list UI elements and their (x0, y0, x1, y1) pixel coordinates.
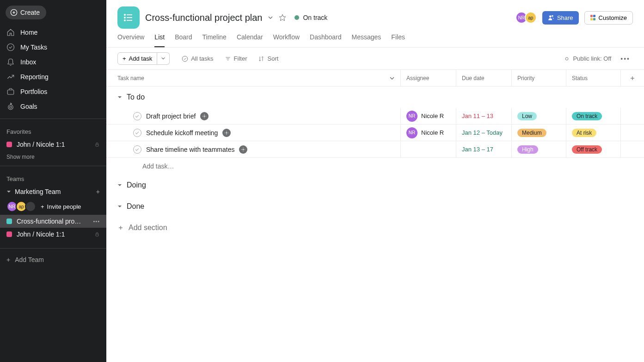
circle-icon (564, 56, 570, 62)
due-date-cell[interactable]: Jan 13 – 17 (456, 141, 512, 157)
svg-point-18 (182, 56, 188, 62)
invite-people-button[interactable]: +Invite people (41, 203, 81, 210)
assignee-cell[interactable]: NRNicole R (401, 108, 456, 124)
tab-overview[interactable]: Overview (117, 33, 144, 47)
sidebar-item-home[interactable]: Home (0, 25, 106, 40)
customize-button[interactable]: Customize (584, 11, 633, 25)
svg-point-3 (7, 44, 14, 51)
column-header-due[interactable]: Due date (456, 70, 512, 86)
column-header-status[interactable]: Status (566, 70, 621, 86)
add-column-button[interactable] (621, 70, 644, 86)
add-team-button[interactable]: + Add Team (0, 251, 106, 268)
priority-cell[interactable]: Low (512, 108, 566, 124)
team-project[interactable]: John / Nicole 1:1 (0, 228, 106, 241)
show-more-link[interactable]: Show more (0, 151, 106, 163)
status-pill: At risk (572, 129, 596, 137)
people-icon (548, 14, 554, 21)
svg-point-25 (204, 115, 205, 117)
team-project[interactable]: Cross-functional pro…••• (0, 215, 106, 228)
svg-rect-4 (7, 90, 14, 94)
column-header-assignee[interactable]: Assignee (401, 70, 456, 86)
chevron-down-icon[interactable] (389, 75, 395, 81)
add-task-dropdown[interactable] (157, 52, 170, 65)
task-name[interactable]: Share timeline with teammates (146, 146, 234, 153)
tab-dashboard[interactable]: Dashboard (310, 33, 342, 47)
tab-messages[interactable]: Messages (352, 33, 381, 47)
status-label: On track (303, 14, 327, 21)
sort-button[interactable]: Sort (253, 53, 283, 64)
due-date-cell[interactable]: Jan 11 – 13 (456, 108, 512, 124)
priority-cell[interactable]: High (512, 141, 566, 157)
status-cell[interactable]: At risk (566, 125, 621, 141)
add-task-inline[interactable]: Add task… (106, 158, 644, 175)
task-name[interactable]: Schedule kickoff meeting (146, 129, 218, 137)
sidebar-item-goals[interactable]: Goals (0, 99, 106, 114)
column-header-task[interactable]: Task name (106, 70, 401, 86)
nav-label: Reporting (20, 73, 49, 81)
status-pill: Off track (572, 145, 602, 154)
section-name: Done (127, 202, 144, 211)
chevron-down-icon (161, 56, 166, 61)
avatar[interactable]: ap (525, 12, 537, 24)
list-icon (123, 12, 134, 23)
avatar[interactable] (25, 201, 36, 212)
sidebar-item-inbox[interactable]: Inbox (0, 55, 106, 69)
tab-files[interactable]: Files (391, 33, 405, 47)
filter-button[interactable]: Filter (220, 53, 252, 64)
section-header[interactable]: Doing (106, 175, 644, 196)
team-toggle[interactable]: Marketing Team + (0, 185, 106, 198)
project-title[interactable]: Cross-functional project plan (145, 12, 262, 23)
team-add-icon[interactable]: + (96, 188, 100, 195)
tab-timeline[interactable]: Timeline (202, 33, 227, 47)
complete-checkbox[interactable] (133, 112, 141, 120)
section-header[interactable]: Done (106, 196, 644, 217)
favorites-header[interactable]: Favorites (0, 122, 106, 138)
assignee-cell[interactable] (401, 141, 456, 157)
more-actions-button[interactable]: ••• (618, 53, 633, 64)
check-icon (6, 43, 15, 51)
col-priority-label: Priority (517, 75, 534, 81)
status-cell[interactable]: Off track (566, 141, 621, 157)
avatar: NR (406, 127, 417, 138)
table-header-row: Task name Assignee Due date Priority Sta… (106, 70, 644, 87)
sort-icon (258, 56, 264, 62)
tab-list[interactable]: List (154, 33, 165, 47)
complete-checkbox[interactable] (133, 145, 141, 154)
star-icon[interactable] (279, 14, 286, 21)
assignee-cell[interactable]: NRNicole R (401, 125, 456, 141)
milestone-icon (200, 112, 209, 120)
plus-icon: + (6, 256, 10, 263)
tab-board[interactable]: Board (175, 33, 192, 47)
plus-icon (629, 75, 636, 81)
task-name[interactable]: Draft project brief (146, 112, 196, 120)
tab-calendar[interactable]: Calendar (237, 33, 263, 47)
task-row[interactable]: Schedule kickoff meetingNRNicole RJan 12… (106, 125, 644, 141)
priority-cell[interactable]: Medium (512, 125, 566, 141)
all-tasks-button[interactable]: All tasks (177, 53, 218, 64)
more-icon[interactable]: ••• (93, 218, 100, 224)
sidebar-item-reporting[interactable]: Reporting (0, 69, 106, 84)
title-dropdown-icon[interactable] (268, 15, 273, 20)
project-icon[interactable] (117, 6, 140, 29)
add-section-button[interactable]: Add section (106, 217, 644, 238)
public-link-button[interactable]: Public link: Off (559, 53, 616, 64)
svg-point-22 (566, 57, 569, 60)
section-header[interactable]: To do (106, 87, 644, 108)
status-cell[interactable]: On track (566, 108, 621, 124)
tab-workflow[interactable]: Workflow (273, 33, 300, 47)
add-section-label: Add section (129, 224, 167, 232)
section-name: Doing (127, 181, 146, 189)
teams-header[interactable]: Teams (0, 169, 106, 185)
sidebar-item-portfolios[interactable]: Portfolios (0, 84, 106, 99)
task-row[interactable]: Draft project briefNRNicole RJan 11 – 13… (106, 108, 644, 125)
task-row[interactable]: Share timeline with teammatesJan 13 – 17… (106, 141, 644, 158)
share-button[interactable]: Share (542, 11, 579, 25)
column-header-priority[interactable]: Priority (512, 70, 566, 86)
favorite-project[interactable]: John / Nicole 1:1 (0, 138, 106, 151)
due-date-cell[interactable]: Jan 12 – Today (456, 125, 512, 141)
sidebar-item-my-tasks[interactable]: My Tasks (0, 40, 106, 55)
project-status[interactable]: On track (292, 12, 330, 23)
complete-checkbox[interactable] (133, 129, 141, 137)
add-task-button[interactable]: + Add task (117, 52, 157, 65)
create-button[interactable]: Create (6, 6, 46, 19)
